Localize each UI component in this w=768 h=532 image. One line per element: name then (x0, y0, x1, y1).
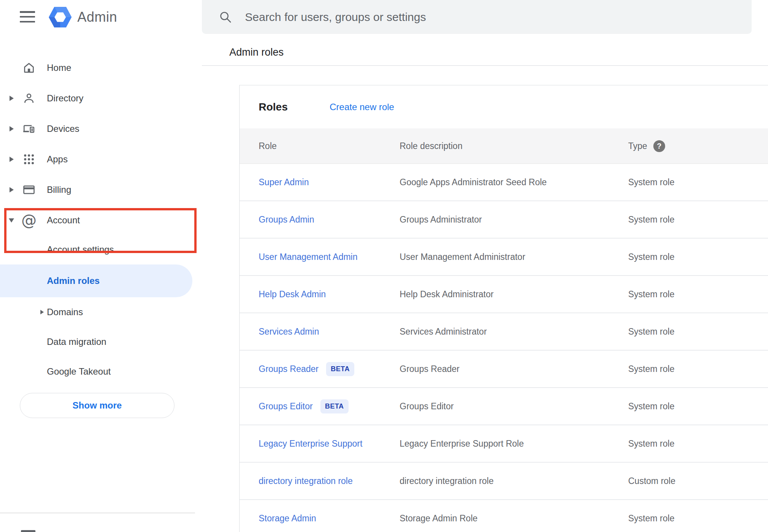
account-subnav: Account settings Admin roles Domains Dat… (0, 235, 202, 386)
sidebar-item-label: Domains (47, 307, 83, 317)
role-link[interactable]: Super Admin (259, 177, 309, 187)
table-row: User Management Admin User Management Ad… (240, 239, 768, 276)
sidebar-nav: Home Directory (0, 53, 202, 236)
role-type: System role (628, 215, 768, 225)
table-row: Super Admin Google Apps Administrator Se… (240, 164, 768, 201)
role-type: System role (628, 364, 768, 374)
role-cell: Groups Admin (259, 215, 400, 225)
sidebar-item-admin-roles[interactable]: Admin roles (0, 264, 202, 297)
role-description: Legacy Enterprise Support Role (400, 439, 628, 449)
admin-hexagon-logo-icon (48, 6, 72, 28)
role-cell: directory integration role (259, 476, 400, 486)
table-row: directory integration role directory int… (240, 463, 768, 500)
sidebar-item-label: Google Takeout (47, 366, 111, 377)
role-link[interactable]: Groups Reader (259, 364, 318, 374)
header-divider (202, 65, 768, 66)
beta-badge: BETA (326, 362, 354, 376)
sidebar-item-devices[interactable]: Devices (0, 114, 202, 144)
person-icon (22, 91, 36, 105)
table-row: Storage Admin Storage Admin Role System … (240, 500, 768, 532)
role-type: System role (628, 177, 768, 187)
sidebar-item-label: Apps (47, 154, 68, 165)
sidebar-item-label: Account (47, 215, 80, 226)
chevron-right-icon[interactable] (7, 126, 16, 131)
role-type: System role (628, 439, 768, 449)
role-description: directory integration role (400, 476, 628, 486)
sidebar-item-home[interactable]: Home (0, 53, 202, 83)
column-header-role: Role (259, 141, 400, 151)
role-link[interactable]: directory integration role (259, 476, 353, 486)
role-description: Groups Administrator (400, 215, 628, 225)
sidebar-item-domains[interactable]: Domains (0, 297, 202, 327)
sidebar-item-account[interactable]: @ Account (0, 205, 202, 236)
role-description: User Management Administrator (400, 252, 628, 262)
sidebar-item-billing[interactable]: Billing (0, 175, 202, 205)
partial-clipped-icon (21, 530, 35, 532)
sidebar-item-label: Billing (47, 184, 71, 195)
at-sign-icon: @ (22, 213, 36, 227)
credit-card-icon (22, 183, 36, 197)
role-link[interactable]: Storage Admin (259, 513, 316, 524)
app-title: Admin (77, 9, 117, 25)
roles-panel: Roles Create new role Role Role descript… (239, 85, 768, 532)
table-row: Groups Reader BETA Groups Reader System … (240, 351, 768, 388)
table-row: Legacy Enterprise Support Legacy Enterpr… (240, 425, 768, 463)
role-link[interactable]: Help Desk Admin (259, 289, 326, 300)
sidebar-item-data-migration[interactable]: Data migration (0, 327, 202, 357)
sidebar-item-apps[interactable]: Apps (0, 144, 202, 175)
role-link[interactable]: Groups Admin (259, 215, 314, 225)
help-icon[interactable]: ? (653, 140, 665, 152)
role-cell: User Management Admin (259, 252, 400, 262)
chevron-right-icon[interactable] (37, 310, 46, 314)
role-description: Services Administrator (400, 327, 628, 337)
search-bar[interactable] (202, 0, 752, 34)
role-cell: Storage Admin (259, 513, 400, 524)
create-new-role-link[interactable]: Create new role (330, 102, 394, 112)
role-cell: Groups Editor BETA (259, 399, 400, 413)
role-link[interactable]: User Management Admin (259, 252, 358, 262)
chevron-right-icon[interactable] (7, 96, 16, 101)
sidebar-item-label: Home (47, 62, 71, 73)
role-cell: Services Admin (259, 327, 400, 337)
sidebar-item-account-settings[interactable]: Account settings (0, 235, 202, 264)
role-type: System role (628, 252, 768, 262)
sidebar-item-directory[interactable]: Directory (0, 83, 202, 114)
table-row: Groups Editor BETA Groups Editor System … (240, 388, 768, 425)
sidebar-item-label: Account settings (47, 244, 114, 255)
chevron-down-icon[interactable] (7, 218, 16, 223)
role-description: Help Desk Administrator (400, 289, 628, 300)
search-input[interactable] (245, 11, 740, 24)
role-description: Google Apps Administrator Seed Role (400, 177, 628, 187)
roles-table-header: Role Role description Type ? (240, 128, 768, 164)
roles-table-body: Super Admin Google Apps Administrator Se… (240, 164, 768, 532)
devices-icon (22, 122, 36, 136)
sidebar-item-label: Directory (47, 93, 83, 104)
role-type: Custom role (628, 476, 768, 486)
sidebar-item-label: Devices (47, 123, 79, 134)
home-icon (22, 61, 36, 75)
role-link[interactable]: Groups Editor (259, 401, 313, 412)
role-link[interactable]: Services Admin (259, 327, 319, 337)
roles-panel-header: Roles Create new role (240, 85, 768, 128)
show-more-button[interactable]: Show more (20, 393, 174, 418)
role-type: System role (628, 513, 768, 524)
main-content: Admin roles Roles Create new role Role R… (202, 0, 768, 532)
apps-grid-icon (22, 152, 36, 166)
role-link[interactable]: Legacy Enterprise Support (259, 439, 362, 449)
role-cell: Super Admin (259, 177, 400, 187)
sidebar-header: Admin (0, 0, 202, 34)
app-logo[interactable]: Admin (48, 6, 117, 28)
role-type: System role (628, 401, 768, 412)
search-icon (219, 11, 232, 24)
hamburger-menu-icon[interactable] (20, 11, 35, 22)
chevron-right-icon[interactable] (7, 157, 16, 162)
column-header-type: Type ? (628, 140, 768, 152)
roles-title: Roles (259, 101, 288, 113)
column-header-description: Role description (400, 141, 628, 151)
sidebar-item-label: Admin roles (47, 276, 100, 286)
sidebar-item-google-takeout[interactable]: Google Takeout (0, 357, 202, 386)
table-row: Groups Admin Groups Administrator System… (240, 201, 768, 239)
role-cell: Legacy Enterprise Support (259, 439, 400, 449)
role-type: System role (628, 327, 768, 337)
chevron-right-icon[interactable] (7, 187, 16, 192)
